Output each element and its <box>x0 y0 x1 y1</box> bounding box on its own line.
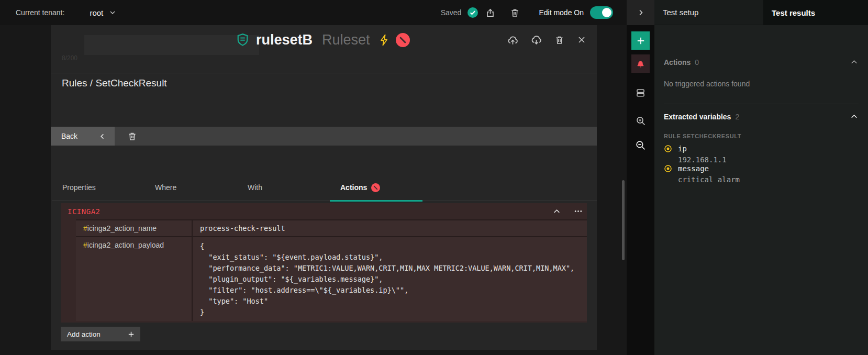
current-tenant-label: Current tenant: <box>16 8 64 17</box>
ruleset-name[interactable]: rulesetB <box>256 32 313 48</box>
action-card-header: ICINGA2 <box>61 203 587 219</box>
cloud-upload-icon <box>507 35 518 46</box>
actions-section-header: Actions0 <box>664 58 859 66</box>
add-action-button[interactable]: Add action <box>61 327 140 341</box>
plus-icon <box>127 330 135 338</box>
export-button[interactable] <box>485 8 495 18</box>
export-ruleset-button[interactable] <box>531 35 542 46</box>
bell-icon <box>636 59 646 69</box>
rows-icon <box>636 88 646 98</box>
active-tab-underline <box>330 200 422 202</box>
blocked-icon <box>396 33 410 47</box>
saved-check-icon <box>468 7 478 18</box>
add-action-label: Add action <box>67 330 101 338</box>
close-panel-button[interactable] <box>577 35 586 45</box>
collapse-action-button[interactable] <box>552 207 561 216</box>
delete-button[interactable] <box>510 8 520 18</box>
chevron-left-icon <box>98 132 106 140</box>
action-overflow-menu-button[interactable] <box>574 207 583 216</box>
trash-icon <box>554 35 564 45</box>
trash-icon <box>127 131 137 141</box>
tab-with[interactable]: With <box>237 176 330 201</box>
tenant-value: root <box>90 8 103 17</box>
ruleset-title-row: rulesetB Ruleset <box>51 25 597 54</box>
param-key-action-payload[interactable]: #icinga2_action_payload <box>76 237 193 321</box>
collapse-actions-section-button[interactable] <box>850 58 859 66</box>
actions-count: 0 <box>695 58 699 66</box>
tab-where[interactable]: Where <box>144 176 237 201</box>
test-results-content: Actions0 No triggered actions found Extr… <box>654 25 868 355</box>
table-row: #icinga2_action_payload { "exit_status":… <box>76 236 587 321</box>
tab-test-setup[interactable]: Test setup <box>654 0 763 25</box>
param-value-action-payload[interactable]: { "exit_status": "${event.payload.status… <box>193 237 587 321</box>
icinga2-action-card: ICINGA2 #icinga2_action_name process-che… <box>61 203 587 323</box>
tenant-select[interactable]: root <box>90 8 117 17</box>
back-button-label: Back <box>61 132 77 140</box>
overflow-menu-icon <box>574 207 583 216</box>
rule-group-label: RULE SETCHECKRESULT <box>664 133 859 139</box>
lightning-icon <box>379 34 390 47</box>
header-divider <box>51 73 597 73</box>
side-icon-strip <box>627 0 654 355</box>
add-test-event-button[interactable] <box>631 31 650 50</box>
plus-icon <box>636 36 646 46</box>
test-panel: Test setup Test results Actions0 No trig… <box>654 0 868 355</box>
action-type-title: ICINGA2 <box>68 207 101 216</box>
rule-toolbar: Back <box>51 127 597 146</box>
section-divider <box>664 104 859 104</box>
ruleset-type-label: Ruleset <box>322 32 370 48</box>
list-item: ip <box>664 145 687 153</box>
tab-test-results[interactable]: Test results <box>763 0 868 25</box>
blocked-icon <box>371 183 380 192</box>
edit-mode-label: Edit mode On <box>539 8 584 17</box>
list-item: message <box>664 164 709 173</box>
collapse-variables-section-button[interactable] <box>850 112 859 121</box>
chevron-down-icon <box>108 8 117 17</box>
chevron-up-icon <box>552 207 561 216</box>
variables-section-title: Extracted variables2 <box>664 113 739 121</box>
close-icon <box>577 35 586 45</box>
variable-value: critical alarm <box>678 175 740 184</box>
delete-rule-button[interactable] <box>127 131 137 141</box>
tab-properties[interactable]: Properties <box>52 176 144 201</box>
vertical-scrollbar[interactable] <box>622 180 625 260</box>
breadcrumb: Rules / SetCheckResult <box>62 77 167 89</box>
param-value-action-name[interactable]: process-check-result <box>193 220 587 236</box>
tab-actions[interactable]: Actions <box>330 176 422 201</box>
title-char-count: 8/200 <box>62 54 77 62</box>
trash-icon <box>510 8 520 18</box>
variables-count: 2 <box>735 113 739 121</box>
zoom-in-button[interactable] <box>627 113 654 129</box>
notifications-button[interactable] <box>631 54 650 73</box>
radio-marker-icon <box>664 164 672 173</box>
test-panel-tabs: Test setup Test results <box>654 0 868 25</box>
zoom-out-button[interactable] <box>627 137 654 153</box>
chevron-right-icon <box>637 8 645 17</box>
back-button[interactable]: Back <box>51 127 115 146</box>
param-key-action-name[interactable]: #icinga2_action_name <box>76 220 193 236</box>
delete-ruleset-button[interactable] <box>554 35 564 45</box>
variable-name: message <box>678 164 709 173</box>
toggle-knob <box>602 8 611 17</box>
no-actions-message: No triggered actions found <box>664 80 859 88</box>
title-input-field[interactable] <box>84 35 259 55</box>
variables-section-header: Extracted variables2 <box>664 112 859 121</box>
variable-name: ip <box>678 145 687 153</box>
variable-value: 192.168.1.1 <box>678 156 727 164</box>
zoom-in-icon <box>636 116 646 126</box>
chevron-up-icon <box>850 58 859 66</box>
actions-section-title: Actions0 <box>664 58 699 66</box>
ruleset-editor-panel: rulesetB Ruleset <box>51 25 597 350</box>
top-bar: Current tenant: root Saved Edit mode On <box>0 0 627 25</box>
payload-json: { "exit_status": "${event.payload.status… <box>200 241 582 318</box>
import-ruleset-button[interactable] <box>507 35 518 46</box>
collapse-panel-button[interactable] <box>627 0 654 25</box>
layout-rows-button[interactable] <box>627 85 654 101</box>
radio-marker-icon <box>664 145 672 153</box>
export-icon <box>485 8 495 18</box>
saved-status-label: Saved <box>441 8 462 17</box>
edit-mode-toggle[interactable] <box>590 6 613 19</box>
zoom-out-icon <box>635 140 646 151</box>
cloud-download-icon <box>531 35 542 46</box>
action-parameters: #icinga2_action_name process-check-resul… <box>76 219 587 321</box>
